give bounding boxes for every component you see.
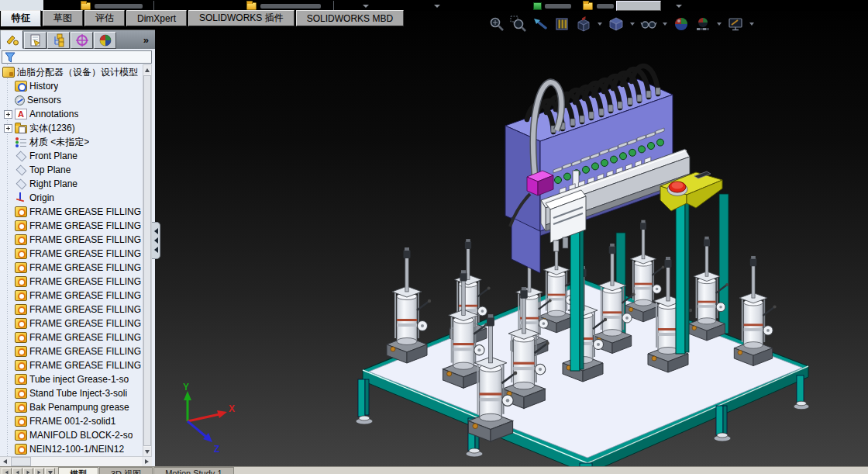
tree-item[interactable]: FRAME GREASE FILLING (0, 330, 143, 344)
tree-item-icon (15, 125, 27, 133)
tree-item-icon (15, 318, 27, 329)
tree-item[interactable]: Top Plane (0, 163, 143, 177)
next-study-button[interactable] (23, 468, 33, 474)
tree-item[interactable]: FRAME GREASE FILLING (0, 275, 143, 289)
configurationmanager-tab[interactable] (47, 32, 70, 49)
tree-item-label: Tube inject Grease-1-so (29, 374, 129, 385)
tree-item[interactable]: Right Plane (0, 177, 143, 191)
tree-item[interactable]: 材质 <未指定> (0, 135, 143, 149)
dimxpertmanager-tab[interactable] (71, 32, 93, 49)
toolbar-folder-icon[interactable] (81, 2, 91, 10)
manager-tabs-overflow-chevron[interactable]: » (143, 34, 149, 46)
toolbar-cube-icon[interactable] (533, 2, 542, 10)
triad-y-label: Y (183, 382, 189, 393)
command-tab[interactable]: DimXpert (126, 10, 187, 26)
tree-item[interactable]: Annotations (0, 107, 143, 121)
document-tab[interactable]: Motion Study 1 (153, 467, 233, 474)
tree-item-label: Stand Tube Inject-3-soli (29, 388, 127, 399)
tree-item[interactable]: Sensors (0, 93, 143, 107)
tree-expander-icon[interactable] (2, 123, 15, 133)
study-nav-buttons (0, 467, 58, 474)
scroll-down-button[interactable] (143, 447, 151, 456)
tree-item-label: FRAME GREASE FILLING (29, 290, 141, 301)
tree-item[interactable]: FRAME GREASE FILLING (0, 219, 143, 233)
tree-item[interactable]: FRAME GREASE FILLING (0, 358, 143, 372)
tree-item-label: FRAME GREASE FILLING (29, 332, 141, 343)
scrollbar-thumb[interactable] (143, 75, 151, 446)
tree-item[interactable]: Origin (0, 191, 143, 205)
tree-horizontal-scrollbar[interactable] (0, 456, 152, 466)
tree-item-label: Annotations (29, 109, 78, 119)
tree-item[interactable]: FRAME 001-2-solid1 (0, 414, 143, 428)
tree-item[interactable]: FRAME GREASE FILLING (0, 247, 143, 261)
tree-item[interactable]: FRAME GREASE FILLING (0, 303, 143, 317)
viewport-3d[interactable]: Y X Z (155, 11, 868, 466)
study-list-button[interactable] (45, 468, 55, 474)
toolbar-folder-icon[interactable] (246, 2, 257, 10)
tree-item-label: FRAME GREASE FILLING (29, 360, 141, 371)
last-study-button[interactable] (34, 468, 44, 474)
commandmanager-strip (0, 0, 868, 11)
tree-item-label: FRAME GREASE FILLING (29, 276, 141, 287)
gantry-rear-post (719, 194, 728, 334)
command-tab[interactable]: SOLIDWORKS 插件 (188, 10, 294, 26)
tree-item-icon (15, 402, 27, 413)
toolbar-dropdown-caret[interactable] (434, 5, 440, 8)
command-tab[interactable]: SOLIDWORKS MBD (296, 10, 404, 26)
collapse-arrow-icon (154, 237, 158, 244)
toolbar-label-clipped (260, 4, 321, 9)
document-tab-label: Motion Study 1 (165, 469, 222, 474)
tree-item[interactable]: Bak Penampung grease (0, 400, 143, 414)
tree-item[interactable]: FRAME GREASE FILLING (0, 261, 143, 275)
tree-item[interactable]: Tube inject Grease-1-so (0, 372, 143, 386)
tree-item-icon (15, 304, 27, 315)
scrollbar-thumb[interactable] (11, 457, 31, 466)
toolbar-separator (333, 1, 334, 10)
toolbar-dropdown-caret[interactable] (363, 5, 369, 8)
toolbar-folder-icon[interactable] (583, 2, 593, 10)
tree-item-icon (15, 430, 27, 441)
tree-item[interactable]: MANIFOLD BLOCK-2-so (0, 428, 143, 442)
tree-item[interactable]: NEIN12-100-1/NEIN12 (0, 442, 143, 456)
document-tab[interactable]: 模型 (58, 467, 98, 474)
tree-item[interactable]: 油脂分配器（设备）设计模型 (0, 65, 143, 79)
command-tab-label: 草图 (53, 12, 72, 25)
scroll-right-button[interactable] (142, 457, 152, 466)
tree-filter-bar[interactable] (2, 50, 152, 64)
featuremanager-panel: » 油脂分配器（设备）设计模型 History (0, 29, 155, 466)
first-study-button[interactable] (2, 468, 12, 474)
tree-item-label: Front Plane (29, 151, 78, 161)
tree-vertical-scrollbar[interactable] (143, 64, 152, 457)
tree-item[interactable]: 实体(1236) (0, 121, 143, 135)
featuremanager-tree-tab[interactable] (1, 30, 23, 49)
displaymanager-tab[interactable] (94, 32, 116, 49)
tree-item[interactable]: FRAME GREASE FILLING (0, 317, 143, 330)
manager-tab-bar: » (0, 30, 155, 49)
command-tab-label: 评估 (95, 12, 114, 25)
tree-item-icon (15, 164, 27, 175)
command-tab[interactable]: 评估 (84, 10, 125, 26)
scroll-up-button[interactable] (143, 65, 151, 74)
tree-item[interactable]: FRAME GREASE FILLING (0, 344, 143, 358)
tree-item-icon (15, 109, 27, 119)
tree-item[interactable]: History (0, 79, 143, 93)
tree-item-icon (15, 262, 27, 273)
model-grease-filling-machine[interactable]: Y X Z (155, 11, 868, 474)
tree-item-label: FRAME GREASE FILLING (29, 206, 141, 217)
toolbar-dropdown-caret[interactable] (676, 5, 682, 8)
propertymanager-tab[interactable] (24, 32, 46, 49)
tree-expander-icon[interactable] (2, 109, 15, 119)
panel-collapse-handle[interactable] (152, 222, 160, 259)
tree-item[interactable]: FRAME GREASE FILLING (0, 205, 143, 219)
triad-x-label: X (229, 403, 235, 414)
scroll-left-button[interactable] (0, 457, 10, 466)
prev-study-button[interactable] (12, 468, 22, 474)
document-tab[interactable]: 3D 视图 (99, 467, 153, 474)
command-tab[interactable]: 草图 (43, 10, 83, 26)
tree-item[interactable]: FRAME GREASE FILLING (0, 233, 143, 247)
tree-item-label: FRAME GREASE FILLING (29, 304, 141, 315)
command-tab[interactable]: 特征 (1, 10, 41, 26)
tree-item[interactable]: Stand Tube Inject-3-soli (0, 386, 143, 400)
tree-item[interactable]: FRAME GREASE FILLING (0, 289, 143, 303)
tree-item[interactable]: Front Plane (0, 149, 143, 163)
